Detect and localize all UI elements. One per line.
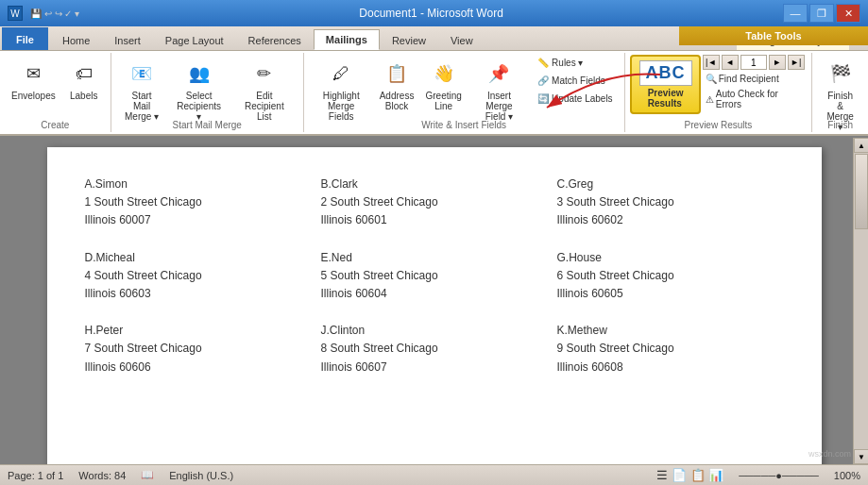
tab-insert[interactable]: Insert bbox=[102, 29, 153, 50]
nav-last-button[interactable]: ►| bbox=[788, 55, 805, 70]
find-recipient-icon: 🔍 bbox=[706, 74, 717, 84]
title-bar-title: Document1 - Microsoft Word bbox=[79, 7, 783, 20]
start-mail-merge-button[interactable]: 📧 Start MailMerge ▾ bbox=[117, 55, 167, 125]
preview-results-label: PreviewResults bbox=[648, 88, 684, 109]
view-buttons: ☰ 📄 📋 📊 bbox=[656, 468, 723, 482]
address-street-0: 1 South Street Chicago bbox=[85, 193, 312, 211]
nav-first-button[interactable]: |◄ bbox=[703, 55, 720, 70]
minimize-button[interactable]: — bbox=[783, 4, 808, 23]
edit-recipient-list-button[interactable]: ✏ EditRecipient List bbox=[231, 55, 298, 125]
document[interactable]: A.Simon1 South Street ChicagoIllinois 60… bbox=[47, 147, 822, 474]
match-fields-icon: 🔗 bbox=[537, 75, 549, 86]
greeting-line-label: GreetingLine bbox=[425, 91, 461, 111]
address-name-0: A.Simon bbox=[85, 176, 312, 193]
tab-view[interactable]: View bbox=[438, 29, 485, 50]
scroll-down-button[interactable]: ▼ bbox=[854, 449, 868, 464]
finish-merge-icon: 🏁 bbox=[825, 59, 856, 89]
finish-items: 🏁 Finish &Merge ▾ bbox=[818, 55, 862, 149]
close-button[interactable]: ✕ bbox=[836, 4, 860, 23]
envelopes-button[interactable]: ✉ Envelopes bbox=[6, 55, 61, 105]
envelopes-label: Envelopes bbox=[11, 91, 56, 101]
preview-items: ABC PreviewResults |◄ ◄ ► ►| 🔍 Find Reci… bbox=[630, 55, 806, 130]
greeting-line-button[interactable]: 👋 GreetingLine bbox=[420, 55, 466, 115]
zoom-slider[interactable]: ─────●───── bbox=[739, 470, 819, 481]
address-block-6: H.Peter7 South Street ChicagoIllinois 60… bbox=[85, 322, 312, 376]
find-recipient-label: Find Recipient bbox=[719, 74, 779, 84]
auto-check-label: Auto Check for Errors bbox=[716, 89, 804, 109]
edit-recipient-icon: ✏ bbox=[249, 59, 280, 89]
wsxdn-watermark: wsxdn.com bbox=[808, 449, 851, 459]
tab-page-layout[interactable]: Page Layout bbox=[153, 29, 236, 50]
auto-check-errors-button[interactable]: ⚠ Auto Check for Errors bbox=[703, 88, 807, 110]
tab-review[interactable]: Review bbox=[380, 29, 438, 50]
auto-check-icon: ⚠ bbox=[706, 94, 714, 105]
address-street-6: 7 South Street Chicago bbox=[85, 340, 312, 358]
restore-button[interactable]: ❐ bbox=[809, 4, 834, 23]
address-block-button[interactable]: 📋 AddressBlock bbox=[375, 55, 419, 115]
insert-merge-field-button[interactable]: 📌 Insert MergeField ▾ bbox=[468, 55, 530, 125]
nav-prev-button[interactable]: ◄ bbox=[722, 55, 739, 70]
highlight-merge-label: HighlightMerge Fields bbox=[315, 91, 367, 122]
ribbon: ✉ Envelopes 🏷 Labels Create 📧 Start Mail… bbox=[0, 51, 868, 136]
start-mail-merge-label: Start MailMerge ▾ bbox=[123, 91, 162, 122]
tab-file[interactable]: File bbox=[2, 27, 48, 50]
scroll-up-button[interactable]: ▲ bbox=[854, 138, 868, 153]
select-recipients-button[interactable]: 👥 SelectRecipients ▾ bbox=[168, 55, 230, 125]
address-state-3: Illinois 60603 bbox=[85, 285, 312, 303]
address-street-1: 2 South Street Chicago bbox=[321, 193, 548, 211]
address-block-icon: 📋 bbox=[382, 59, 412, 89]
quick-access: 💾 ↩ ↪ ✓ ▾ bbox=[30, 8, 79, 19]
address-block-3: D.Micheal4 South Street ChicagoIllinois … bbox=[85, 249, 312, 304]
address-state-4: Illinois 60604 bbox=[321, 285, 548, 303]
address-name-7: J.Clinton bbox=[321, 322, 548, 340]
address-state-6: Illinois 60606 bbox=[85, 359, 312, 376]
main-area: A.Simon1 South Street ChicagoIllinois 60… bbox=[0, 136, 868, 485]
status-words: Words: 84 bbox=[78, 470, 126, 481]
ribbon-group-start-mail-merge: 📧 Start MailMerge ▾ 👥 SelectRecipients ▾… bbox=[111, 53, 304, 132]
preview-results-button[interactable]: ABC PreviewResults bbox=[630, 55, 700, 114]
update-labels-button[interactable]: 🔄 Update Labels bbox=[532, 91, 619, 107]
start-mail-merge-group-label: Start Mail Merge bbox=[111, 120, 303, 130]
labels-icon: 🏷 bbox=[69, 59, 99, 89]
address-street-3: 4 South Street Chicago bbox=[85, 267, 312, 285]
select-recipients-label: SelectRecipients ▾ bbox=[174, 91, 224, 122]
address-state-7: Illinois 60607 bbox=[321, 359, 548, 376]
address-name-4: E.Ned bbox=[321, 249, 548, 267]
address-state-2: Illinois 60602 bbox=[557, 211, 784, 229]
ribbon-group-preview: ABC PreviewResults |◄ ◄ ► ►| 🔍 Find Reci… bbox=[625, 53, 813, 132]
spell-check-icon: 📖 bbox=[141, 469, 154, 481]
address-grid: A.Simon1 South Street ChicagoIllinois 60… bbox=[85, 176, 784, 376]
scroll-thumb[interactable] bbox=[855, 154, 868, 229]
preview-abc-icon: ABC bbox=[639, 60, 692, 86]
address-block-5: G.House6 South Street ChicagoIllinois 60… bbox=[557, 249, 784, 304]
address-block-2: C.Greg3 South Street ChicagoIllinois 606… bbox=[557, 176, 784, 230]
address-street-5: 6 South Street Chicago bbox=[557, 267, 784, 285]
table-tools-banner: Table Tools bbox=[679, 26, 868, 45]
find-recipient-button[interactable]: 🔍 Find Recipient bbox=[703, 73, 807, 85]
labels-label: Labels bbox=[70, 91, 97, 101]
rules-button[interactable]: 📏 Rules ▾ bbox=[532, 55, 619, 71]
address-block-1: B.Clark2 South Street ChicagoIllinois 60… bbox=[321, 176, 548, 230]
nav-controls: |◄ ◄ ► ►| 🔍 Find Recipient ⚠ Auto Check … bbox=[703, 55, 807, 110]
nav-page-input[interactable] bbox=[740, 55, 767, 70]
tab-references[interactable]: References bbox=[236, 29, 314, 50]
nav-next-button[interactable]: ► bbox=[769, 55, 786, 70]
address-name-1: B.Clark bbox=[321, 176, 548, 193]
title-bar: W 💾 ↩ ↪ ✓ ▾ Document1 - Microsoft Word —… bbox=[0, 0, 868, 26]
ribbon-group-finish: 🏁 Finish &Merge ▾ Finish bbox=[812, 53, 868, 132]
word-icon: W bbox=[8, 6, 23, 21]
match-fields-label: Match Fields bbox=[552, 75, 605, 86]
zoom-level: 100% bbox=[834, 470, 860, 481]
labels-button[interactable]: 🏷 Labels bbox=[63, 55, 105, 105]
tab-mailings[interactable]: Mailings bbox=[314, 29, 380, 50]
address-block-8: K.Methew9 South Street ChicagoIllinois 6… bbox=[557, 322, 784, 376]
address-name-3: D.Micheal bbox=[85, 249, 312, 267]
insert-merge-icon: 📌 bbox=[484, 59, 514, 89]
create-group-label: Create bbox=[0, 120, 111, 130]
ribbon-group-create: ✉ Envelopes 🏷 Labels Create bbox=[0, 53, 111, 132]
greeting-line-icon: 👋 bbox=[429, 59, 459, 89]
status-bar: Page: 1 of 1 Words: 84 📖 English (U.S.) … bbox=[0, 464, 868, 485]
tab-home[interactable]: Home bbox=[50, 29, 102, 50]
highlight-merge-fields-button[interactable]: 🖊 HighlightMerge Fields bbox=[310, 55, 373, 125]
match-fields-button[interactable]: 🔗 Match Fields bbox=[532, 73, 619, 89]
